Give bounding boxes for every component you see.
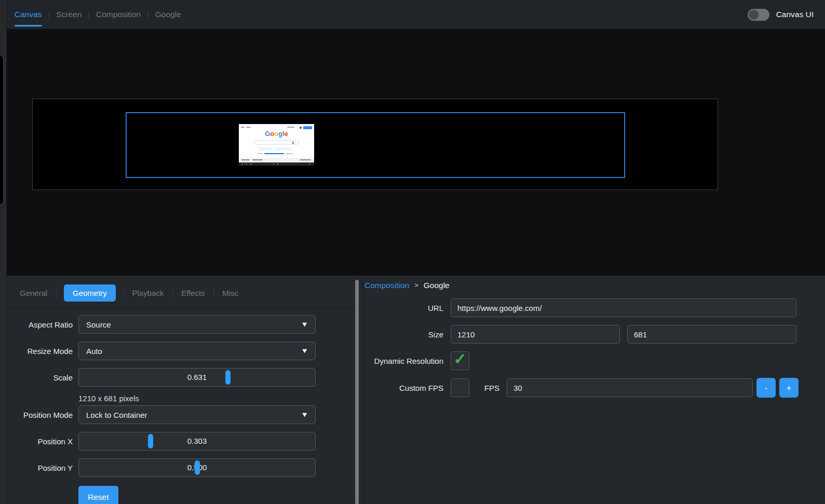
source-settings-panel: Composition > Google URL Size Dynamic Re… xyxy=(363,276,825,504)
breadcrumb-separator-icon: > xyxy=(414,281,418,289)
tab-separator: | xyxy=(171,289,173,297)
breadcrumb-current: Google xyxy=(424,281,450,290)
toggle-knob-icon xyxy=(749,10,759,20)
left-edge-gutter xyxy=(0,0,6,504)
scale-slider[interactable]: 0.631 xyxy=(78,368,316,387)
tab-separator: | xyxy=(213,289,215,297)
tab-playback[interactable]: Playback xyxy=(131,284,165,302)
thumbnail-promo-text xyxy=(258,153,263,154)
breadcrumb: Composition > Google xyxy=(364,280,825,291)
tab-canvas[interactable]: Canvas xyxy=(15,0,42,29)
position-mode-value: Lock to Container xyxy=(86,411,147,419)
aspect-ratio-label: Aspect Ratio xyxy=(7,320,73,329)
bottom-panels: General | Geometry | Playback | Effects … xyxy=(7,275,825,504)
size-width-input[interactable] xyxy=(451,325,620,344)
url-input[interactable] xyxy=(451,298,796,317)
custom-fps-label: Custom FPS xyxy=(364,384,443,392)
position-y-slider[interactable]: 0.500 xyxy=(78,458,316,477)
thumbnail-promo-text xyxy=(286,153,293,154)
google-layer-thumbnail[interactable]: Google xyxy=(239,124,314,166)
pixel-size-text: 1210 x 681 pixels xyxy=(78,394,363,403)
aspect-ratio-dropdown[interactable]: Source ▼ xyxy=(78,315,316,334)
position-x-slider[interactable]: 0.303 xyxy=(78,432,316,451)
fps-increment-button[interactable]: + xyxy=(779,378,799,398)
clipped-side-panel xyxy=(0,54,4,206)
app-window: Canvas | Screen | Composition | Google xyxy=(0,0,825,504)
tab-screen[interactable]: Screen xyxy=(56,0,82,29)
canvas-ui-toggle[interactable] xyxy=(748,9,769,21)
thumbnail-search-button xyxy=(259,147,273,151)
thumbnail-promo-link xyxy=(264,153,284,154)
tab-composition-label: Composition xyxy=(96,10,141,19)
resize-mode-label: Resize Mode xyxy=(7,347,73,356)
tab-misc[interactable]: Misc xyxy=(221,284,239,302)
aspect-ratio-value: Source xyxy=(86,320,111,329)
thumbnail-taskbar xyxy=(239,162,314,166)
position-x-label: Position X xyxy=(7,437,73,446)
fps-label: FPS xyxy=(482,384,499,392)
tab-screen-label: Screen xyxy=(56,10,82,19)
tab-effects[interactable]: Effects xyxy=(180,284,206,302)
scale-label: Scale xyxy=(7,373,73,382)
property-tabs: General | Geometry | Playback | Effects … xyxy=(7,284,363,302)
resize-mode-dropdown[interactable]: Auto ▼ xyxy=(78,342,316,360)
layer-selection-box[interactable]: Google xyxy=(126,112,625,178)
thumbnail-mic-icon xyxy=(292,142,294,144)
thumbnail-topbar-text xyxy=(246,127,251,128)
chevron-down-icon: ▼ xyxy=(301,411,308,418)
breadcrumb-composition-link[interactable]: Composition xyxy=(364,281,409,290)
position-mode-dropdown[interactable]: Lock to Container ▼ xyxy=(78,405,316,424)
reset-button[interactable]: Reset xyxy=(78,486,118,504)
dynamic-resolution-checkbox[interactable]: ✓ xyxy=(451,351,469,370)
tab-google-label: Google xyxy=(155,10,181,19)
position-y-label: Position Y xyxy=(7,464,73,472)
resize-mode-value: Auto xyxy=(86,347,102,356)
check-icon: ✓ xyxy=(453,351,466,367)
size-height-input[interactable] xyxy=(627,325,796,344)
position-x-slider-thumb[interactable] xyxy=(148,434,153,448)
thumbnail-footer xyxy=(239,158,314,162)
size-label: Size xyxy=(364,330,443,339)
canvas-stage[interactable]: Google xyxy=(32,99,718,190)
thumbnail-search-box xyxy=(254,140,299,145)
layer-properties-panel: General | Geometry | Playback | Effects … xyxy=(7,276,363,504)
active-tab-underline xyxy=(15,25,42,26)
fps-input[interactable] xyxy=(507,378,753,397)
tab-composition[interactable]: Composition xyxy=(96,0,141,29)
tab-geometry[interactable]: Geometry xyxy=(64,284,116,302)
left-panel-scrollbar[interactable] xyxy=(355,280,359,504)
tab-separator: | xyxy=(55,289,57,297)
tab-separator: | xyxy=(48,10,50,19)
thumbnail-topbar-text xyxy=(241,127,245,128)
canvas-ui-toggle-label: Canvas UI xyxy=(776,10,814,19)
thumbnail-gmail-images-text xyxy=(287,127,294,128)
scale-slider-thumb[interactable] xyxy=(225,370,231,385)
position-y-slider-thumb[interactable] xyxy=(195,460,200,475)
tab-separator: | xyxy=(123,289,125,297)
canvas-viewport[interactable]: Google xyxy=(7,30,825,275)
tab-separator: | xyxy=(88,10,90,19)
position-x-value: 0.303 xyxy=(187,437,207,445)
tab-separator: | xyxy=(147,10,149,19)
canvas-ui-toggle-group: Canvas UI xyxy=(748,9,814,21)
url-label: URL xyxy=(364,304,443,312)
chevron-down-icon: ▼ xyxy=(301,320,308,328)
thumbnail-apps-grid-icon xyxy=(300,127,302,129)
tab-general[interactable]: General xyxy=(19,284,48,302)
thumbnail-google-logo: Google xyxy=(239,130,314,137)
top-bar: Canvas | Screen | Composition | Google xyxy=(7,0,825,30)
position-mode-label: Position Mode xyxy=(7,411,73,419)
fps-decrement-button[interactable]: - xyxy=(756,378,776,398)
dynamic-resolution-label: Dynamic Resolution xyxy=(364,357,443,365)
chevron-down-icon: ▼ xyxy=(301,347,308,354)
view-tabs: Canvas | Screen | Composition | Google xyxy=(15,0,181,29)
tab-canvas-label: Canvas xyxy=(15,10,42,19)
main-area: Canvas | Screen | Composition | Google xyxy=(7,0,825,504)
tab-google[interactable]: Google xyxy=(155,0,181,29)
thumbnail-lucky-button xyxy=(275,147,292,151)
tabs-divider xyxy=(7,307,363,307)
custom-fps-checkbox[interactable] xyxy=(451,378,469,397)
thumbnail-signin-button xyxy=(303,126,312,129)
scale-value: 0.631 xyxy=(187,373,207,382)
